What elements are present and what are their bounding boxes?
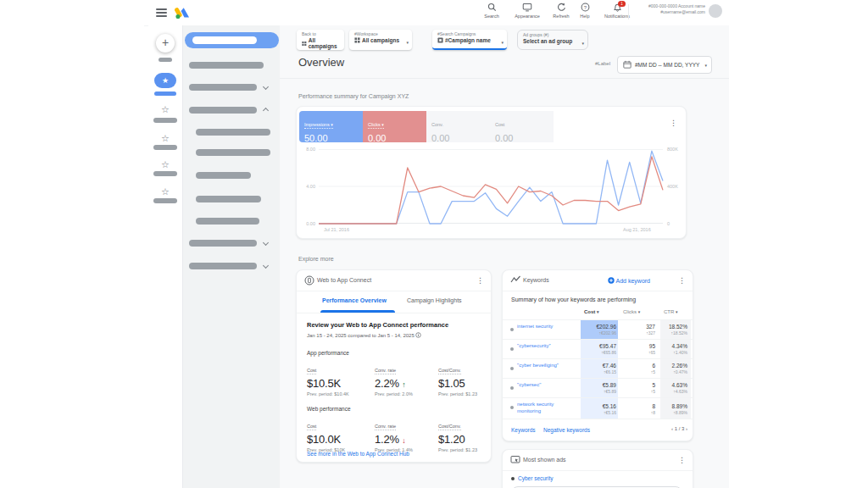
nav-subitem-placeholder[interactable] bbox=[196, 218, 259, 225]
rail-item-placeholder[interactable] bbox=[153, 171, 177, 176]
column-header-ctr[interactable]: CTR ▾ bbox=[664, 309, 678, 314]
caret-down-icon: ▾ bbox=[581, 41, 584, 46]
keyword-row[interactable]: "cyber beveiliging" €7.46↑€6.15 6↑5 2.26… bbox=[503, 358, 694, 379]
tab-bar: Performance Overview Campaign Highlights bbox=[297, 291, 492, 313]
info-icon[interactable] bbox=[415, 332, 421, 338]
performance-summary-card: Impressions ▾ 50.00 Clicks ▾ 0.00 Conv. … bbox=[296, 106, 687, 239]
account-email: #username@email.com bbox=[648, 9, 705, 15]
w2a-date-note: Jan 15 - 24, 2025 compared to Jan 5 - 14… bbox=[307, 332, 421, 338]
column-header-cost[interactable]: Cost ▾ bbox=[584, 309, 599, 314]
kebab-menu-icon[interactable]: ⋮ bbox=[678, 276, 686, 285]
chart-line-clicks bbox=[319, 157, 663, 224]
nav-item-placeholder[interactable] bbox=[189, 62, 264, 69]
nav-item-placeholder[interactable] bbox=[189, 107, 257, 114]
page-next-icon[interactable]: › bbox=[686, 426, 687, 431]
page-indicator: 1 / 3 bbox=[675, 426, 685, 431]
notifications-button[interactable]: 1 Notifications bbox=[598, 3, 636, 19]
web-to-app-hub-link[interactable]: See more in the Web to App Connect Hub bbox=[307, 451, 409, 457]
nav-subitem-placeholder[interactable] bbox=[196, 149, 270, 156]
footer-link-negative-keywords[interactable]: Negative keywords bbox=[543, 427, 590, 433]
main-content: Back to All campaigns #Workspace All cam… bbox=[280, 25, 729, 488]
keyword-row[interactable]: internet security €202.96↑€202.96 327↑32… bbox=[503, 319, 694, 340]
refresh-icon bbox=[557, 3, 566, 12]
keyword-row[interactable]: "cybersecurity" €95.47↑€65.86 95↑65 4.34… bbox=[503, 339, 694, 359]
metric-value: 0.00 bbox=[368, 133, 421, 143]
ad-group-link[interactable]: Cyber security bbox=[518, 475, 554, 481]
nav-item-placeholder[interactable] bbox=[189, 263, 257, 269]
ad-status-dot bbox=[511, 477, 515, 480]
page-title: Overview bbox=[298, 56, 344, 69]
keyword-term[interactable]: "cybersecurity" bbox=[517, 343, 568, 350]
keyword-row[interactable]: network security monitoring €5.16↑€5.16 … bbox=[503, 397, 694, 419]
kebab-menu-icon[interactable]: ⋮ bbox=[678, 456, 686, 464]
google-ads-logo bbox=[175, 4, 191, 20]
metric-chip-clicks[interactable]: Clicks ▾ 0.00 bbox=[363, 111, 426, 142]
kebab-menu-icon[interactable]: ⋮ bbox=[476, 276, 484, 285]
card-title: Keywords bbox=[523, 277, 549, 283]
pagination: ‹ 1 / 3 › bbox=[671, 426, 687, 431]
chevron-down-icon[interactable] bbox=[263, 263, 269, 269]
column-header-clicks[interactable]: Clicks ▾ bbox=[623, 309, 640, 314]
explore-section-title: Explore more bbox=[298, 256, 334, 262]
create-button[interactable]: + bbox=[156, 34, 175, 53]
rail-item-selected[interactable]: ★ bbox=[154, 73, 176, 88]
keyword-term[interactable]: "cyber beveiliging" bbox=[517, 363, 568, 369]
workspace-chip[interactable]: #Workspace All campaigns ▾ bbox=[349, 30, 412, 50]
chevron-down-icon[interactable] bbox=[263, 84, 269, 90]
notification-badge: 1 bbox=[618, 1, 626, 7]
footer-link-keywords[interactable]: Keywords bbox=[511, 427, 536, 433]
nav-item-placeholder[interactable] bbox=[189, 84, 257, 91]
ad-group-selector[interactable]: Ad groups (#) Select an ad group ▾ bbox=[517, 30, 588, 50]
star-icon[interactable]: ☆ bbox=[148, 104, 182, 115]
rail-item-placeholder[interactable] bbox=[153, 145, 177, 150]
nav-item-selected[interactable] bbox=[185, 32, 279, 48]
date-range-picker[interactable]: #MM DD -- MM DD, YYYY ▾ bbox=[617, 56, 712, 74]
account-info[interactable]: #000-000-0000 Account name #username@ema… bbox=[648, 3, 705, 14]
keyword-status-dot bbox=[510, 367, 514, 370]
metric-chip-cost[interactable]: Cost 0.00 bbox=[490, 111, 554, 142]
keyword-row[interactable]: "cybersec" €5.89↑€5.89 5↑5 4.63%↑4.63% bbox=[503, 378, 694, 398]
star-icon[interactable]: ☆ bbox=[148, 133, 182, 144]
nav-subitem-placeholder[interactable] bbox=[196, 129, 270, 136]
menu-icon[interactable] bbox=[156, 8, 167, 17]
campaign-selector-chip[interactable]: #Search Campaigns #Campaign name ▾ bbox=[432, 30, 507, 50]
label-chip[interactable]: #Label bbox=[595, 61, 610, 66]
nav-item-placeholder[interactable] bbox=[189, 240, 257, 247]
caret-down-icon: ▾ bbox=[406, 40, 409, 45]
ad-groups-label: Select an ad group bbox=[523, 38, 572, 44]
back-to-campaigns-chip[interactable]: Back to All campaigns bbox=[297, 30, 344, 50]
avatar[interactable] bbox=[709, 4, 722, 18]
nav-subitem-placeholder[interactable] bbox=[196, 196, 261, 202]
page-prev-icon[interactable]: ‹ bbox=[671, 426, 673, 431]
star-icon[interactable]: ☆ bbox=[148, 159, 182, 170]
add-keyword-button[interactable]: Add keyword bbox=[608, 277, 650, 284]
metric-chip-impressions[interactable]: Impressions ▾ 50.00 bbox=[299, 111, 363, 142]
caret-down-icon: ▾ bbox=[597, 309, 599, 314]
chevron-down-icon[interactable] bbox=[263, 240, 269, 246]
kebab-menu-icon[interactable]: ⋮ bbox=[670, 119, 677, 127]
keyword-term[interactable]: "cybersec" bbox=[517, 382, 568, 389]
caret-down-icon: ▾ bbox=[331, 122, 333, 127]
performance-section-title: Performance summary for Campaign XYZ bbox=[298, 93, 409, 99]
tab-campaign-highlights[interactable]: Campaign Highlights bbox=[407, 297, 462, 303]
keyword-term[interactable]: internet security bbox=[517, 324, 568, 330]
web-to-app-connect-card: Web to App Connect ⋮ Performance Overvie… bbox=[296, 269, 492, 463]
metric-value: 50.00 bbox=[304, 133, 358, 143]
performance-line-chart[interactable] bbox=[319, 149, 663, 224]
keyword-term[interactable]: network security monitoring bbox=[517, 402, 568, 414]
metric-chip-conversions[interactable]: Conv. 0.00 bbox=[426, 111, 490, 142]
trend-up-icon: ↑ bbox=[402, 380, 405, 389]
rail-item-placeholder[interactable] bbox=[153, 198, 177, 203]
rail-item-placeholder[interactable] bbox=[159, 58, 172, 62]
rail-item-placeholder[interactable] bbox=[153, 118, 177, 123]
y-left-tick: 0.00 bbox=[300, 221, 315, 226]
keyword-status-dot bbox=[510, 386, 514, 390]
appearance-button[interactable]: Appearance bbox=[509, 3, 546, 19]
chevron-up-icon[interactable] bbox=[263, 108, 269, 114]
search-button[interactable]: Search bbox=[473, 3, 510, 19]
tab-performance-overview[interactable]: Performance Overview bbox=[322, 297, 387, 303]
nav-subitem-placeholder[interactable] bbox=[196, 172, 251, 179]
appearance-icon bbox=[522, 3, 532, 12]
star-filled-icon: ★ bbox=[162, 76, 169, 85]
star-icon[interactable]: ☆ bbox=[148, 186, 182, 197]
